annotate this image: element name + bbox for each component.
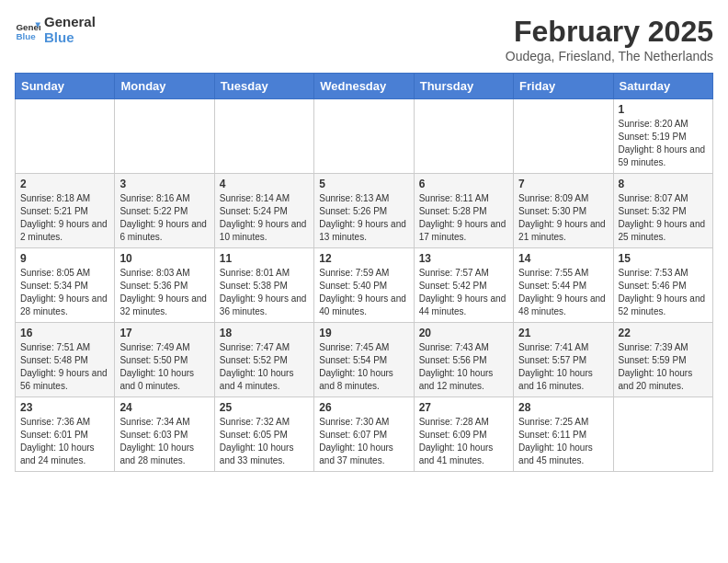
calendar-cell: 27Sunrise: 7:28 AM Sunset: 6:09 PM Dayli… xyxy=(414,397,513,472)
day-info: Sunrise: 7:47 AM Sunset: 5:52 PM Dayligh… xyxy=(220,341,309,393)
calendar-cell: 7Sunrise: 8:09 AM Sunset: 5:30 PM Daylig… xyxy=(514,174,613,248)
day-number: 24 xyxy=(119,401,209,414)
calendar-week-3: 9Sunrise: 8:05 AM Sunset: 5:34 PM Daylig… xyxy=(16,248,713,323)
logo-blue: Blue xyxy=(44,30,96,46)
day-info: Sunrise: 8:20 AM Sunset: 5:19 PM Dayligh… xyxy=(619,118,708,169)
day-number: 7 xyxy=(518,178,608,190)
day-info: Sunrise: 7:59 AM Sunset: 5:40 PM Dayligh… xyxy=(319,267,408,318)
calendar-cell: 6Sunrise: 8:11 AM Sunset: 5:28 PM Daylig… xyxy=(414,174,513,248)
calendar-week-5: 23Sunrise: 7:36 AM Sunset: 6:01 PM Dayli… xyxy=(16,397,713,472)
day-number: 3 xyxy=(119,178,209,190)
day-info: Sunrise: 8:09 AM Sunset: 5:30 PM Dayligh… xyxy=(518,192,608,244)
month-year: February 2025 xyxy=(506,15,713,49)
day-info: Sunrise: 7:57 AM Sunset: 5:42 PM Dayligh… xyxy=(419,267,508,318)
day-info: Sunrise: 7:55 AM Sunset: 5:44 PM Dayligh… xyxy=(518,267,608,318)
day-info: Sunrise: 7:45 AM Sunset: 5:54 PM Dayligh… xyxy=(319,341,408,393)
day-number: 9 xyxy=(20,252,109,265)
calendar-cell xyxy=(613,397,712,472)
day-info: Sunrise: 7:39 AM Sunset: 5:59 PM Dayligh… xyxy=(619,341,708,393)
day-number: 21 xyxy=(518,327,608,339)
day-info: Sunrise: 8:13 AM Sunset: 5:26 PM Dayligh… xyxy=(319,192,408,244)
calendar-cell: 18Sunrise: 7:47 AM Sunset: 5:52 PM Dayli… xyxy=(214,323,313,397)
day-number: 18 xyxy=(220,327,309,339)
day-info: Sunrise: 7:30 AM Sunset: 6:07 PM Dayligh… xyxy=(319,416,408,467)
day-number: 28 xyxy=(518,401,608,414)
calendar-cell: 19Sunrise: 7:45 AM Sunset: 5:54 PM Dayli… xyxy=(314,323,414,397)
day-info: Sunrise: 7:43 AM Sunset: 5:56 PM Dayligh… xyxy=(419,341,508,393)
calendar-cell: 14Sunrise: 7:55 AM Sunset: 5:44 PM Dayli… xyxy=(514,248,613,323)
day-info: Sunrise: 8:07 AM Sunset: 5:32 PM Dayligh… xyxy=(619,192,708,244)
day-number: 23 xyxy=(20,401,109,414)
title-block: February 2025 Oudega, Friesland, The Net… xyxy=(506,15,713,63)
calendar-cell: 26Sunrise: 7:30 AM Sunset: 6:07 PM Dayli… xyxy=(314,397,414,472)
calendar-week-2: 2Sunrise: 8:18 AM Sunset: 5:21 PM Daylig… xyxy=(16,174,713,248)
day-info: Sunrise: 8:01 AM Sunset: 5:38 PM Dayligh… xyxy=(220,267,309,318)
day-number: 4 xyxy=(220,178,309,190)
calendar-cell: 17Sunrise: 7:49 AM Sunset: 5:50 PM Dayli… xyxy=(115,323,214,397)
calendar-cell: 12Sunrise: 7:59 AM Sunset: 5:40 PM Dayli… xyxy=(314,248,414,323)
calendar-cell: 23Sunrise: 7:36 AM Sunset: 6:01 PM Dayli… xyxy=(16,397,115,472)
day-info: Sunrise: 7:32 AM Sunset: 6:05 PM Dayligh… xyxy=(220,416,309,467)
day-number: 2 xyxy=(20,178,109,190)
day-info: Sunrise: 8:11 AM Sunset: 5:28 PM Dayligh… xyxy=(419,192,508,244)
day-number: 20 xyxy=(419,327,508,339)
calendar-cell: 2Sunrise: 8:18 AM Sunset: 5:21 PM Daylig… xyxy=(16,174,115,248)
day-number: 5 xyxy=(319,178,408,190)
calendar-header-row: SundayMondayTuesdayWednesdayThursdayFrid… xyxy=(16,74,713,99)
calendar-cell: 13Sunrise: 7:57 AM Sunset: 5:42 PM Dayli… xyxy=(414,248,513,323)
day-info: Sunrise: 7:41 AM Sunset: 5:57 PM Dayligh… xyxy=(518,341,608,393)
calendar-cell: 16Sunrise: 7:51 AM Sunset: 5:48 PM Dayli… xyxy=(16,323,115,397)
day-number: 8 xyxy=(619,178,708,190)
day-info: Sunrise: 7:49 AM Sunset: 5:50 PM Dayligh… xyxy=(119,341,209,393)
svg-text:Blue: Blue xyxy=(16,30,36,40)
calendar-cell: 4Sunrise: 8:14 AM Sunset: 5:24 PM Daylig… xyxy=(214,174,313,248)
calendar-cell: 24Sunrise: 7:34 AM Sunset: 6:03 PM Dayli… xyxy=(115,397,214,472)
calendar-cell: 22Sunrise: 7:39 AM Sunset: 5:59 PM Dayli… xyxy=(613,323,712,397)
calendar-cell: 9Sunrise: 8:05 AM Sunset: 5:34 PM Daylig… xyxy=(16,248,115,323)
day-header-saturday: Saturday xyxy=(613,74,712,99)
day-info: Sunrise: 7:25 AM Sunset: 6:11 PM Dayligh… xyxy=(518,416,608,467)
calendar-cell: 28Sunrise: 7:25 AM Sunset: 6:11 PM Dayli… xyxy=(514,397,613,472)
day-number: 27 xyxy=(419,401,508,414)
day-number: 1 xyxy=(619,103,708,116)
day-number: 15 xyxy=(619,252,708,265)
location: Oudega, Friesland, The Netherlands xyxy=(506,49,713,63)
calendar-cell xyxy=(314,99,414,174)
day-header-friday: Friday xyxy=(514,74,613,99)
day-info: Sunrise: 8:03 AM Sunset: 5:36 PM Dayligh… xyxy=(119,267,209,318)
calendar-cell: 5Sunrise: 8:13 AM Sunset: 5:26 PM Daylig… xyxy=(314,174,414,248)
day-header-tuesday: Tuesday xyxy=(214,74,313,99)
logo: General Blue General Blue xyxy=(15,15,96,45)
day-number: 6 xyxy=(419,178,508,190)
day-header-monday: Monday xyxy=(115,74,214,99)
day-info: Sunrise: 7:34 AM Sunset: 6:03 PM Dayligh… xyxy=(119,416,209,467)
day-info: Sunrise: 7:53 AM Sunset: 5:46 PM Dayligh… xyxy=(619,267,708,318)
calendar-cell: 25Sunrise: 7:32 AM Sunset: 6:05 PM Dayli… xyxy=(214,397,313,472)
day-number: 22 xyxy=(619,327,708,339)
calendar-cell xyxy=(514,99,613,174)
day-number: 13 xyxy=(419,252,508,265)
page-header: General Blue General Blue February 2025 … xyxy=(15,15,713,63)
day-info: Sunrise: 7:28 AM Sunset: 6:09 PM Dayligh… xyxy=(419,416,508,467)
logo-icon: General Blue xyxy=(15,17,40,43)
logo-general: General xyxy=(44,15,96,30)
day-header-thursday: Thursday xyxy=(414,74,513,99)
day-number: 14 xyxy=(518,252,608,265)
day-info: Sunrise: 8:14 AM Sunset: 5:24 PM Dayligh… xyxy=(220,192,309,244)
day-number: 19 xyxy=(319,327,408,339)
day-number: 25 xyxy=(220,401,309,414)
day-info: Sunrise: 8:18 AM Sunset: 5:21 PM Dayligh… xyxy=(20,192,109,244)
calendar-table: SundayMondayTuesdayWednesdayThursdayFrid… xyxy=(15,73,713,472)
day-header-sunday: Sunday xyxy=(16,74,115,99)
day-number: 17 xyxy=(119,327,209,339)
calendar-cell xyxy=(115,99,214,174)
calendar-cell: 11Sunrise: 8:01 AM Sunset: 5:38 PM Dayli… xyxy=(214,248,313,323)
calendar-cell xyxy=(414,99,513,174)
day-number: 16 xyxy=(20,327,109,339)
calendar-cell xyxy=(214,99,313,174)
day-number: 26 xyxy=(319,401,408,414)
calendar-cell: 1Sunrise: 8:20 AM Sunset: 5:19 PM Daylig… xyxy=(613,99,712,174)
day-number: 12 xyxy=(319,252,408,265)
day-info: Sunrise: 8:05 AM Sunset: 5:34 PM Dayligh… xyxy=(20,267,109,318)
day-header-wednesday: Wednesday xyxy=(314,74,414,99)
